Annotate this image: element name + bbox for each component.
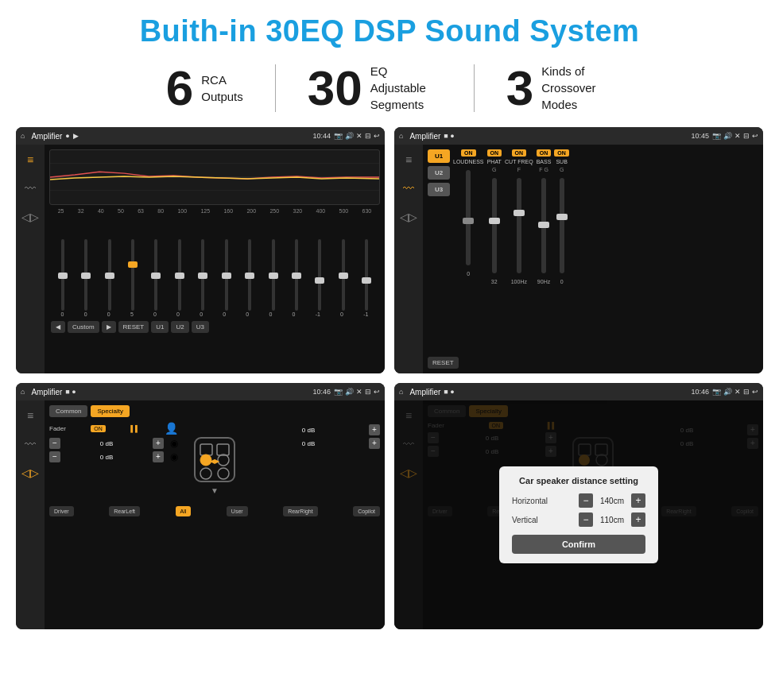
horizontal-minus-btn[interactable]: −: [579, 493, 593, 508]
rearright-btn[interactable]: RearRight: [283, 506, 318, 516]
preset-u3[interactable]: U3: [428, 183, 450, 196]
vertical-minus-btn[interactable]: −: [579, 512, 593, 527]
fader-nav-eq[interactable]: ≡: [21, 407, 39, 424]
dialog-horizontal-row: Horizontal − 140cm +: [512, 493, 645, 508]
ctrl-cutfreq: ON CUT FREQ F 100Hz: [505, 149, 533, 354]
ctrl-val-cutfreq: 100Hz: [511, 279, 527, 284]
confirm-button[interactable]: Confirm: [512, 535, 645, 554]
fader-time: 10:46: [312, 388, 331, 396]
tab-specialty[interactable]: Specialty: [91, 405, 129, 417]
fader-home-icon[interactable]: ⌂: [21, 388, 25, 396]
crossover-time: 10:45: [691, 132, 709, 140]
plus-btn-3[interactable]: +: [369, 424, 380, 435]
fader-nav-vol[interactable]: ◁▷: [21, 464, 39, 481]
ctrl-val-sub: 0: [560, 279, 564, 284]
svg-rect-5: [217, 444, 229, 455]
sub-slider[interactable]: [560, 178, 564, 273]
all-btn[interactable]: All: [176, 506, 192, 516]
plus-btn-4[interactable]: +: [369, 438, 380, 449]
fader-nav-wave[interactable]: 〰: [21, 435, 39, 453]
nav-eq-icon[interactable]: ≡: [21, 151, 39, 168]
eq-prev-btn[interactable]: ◀: [51, 321, 65, 333]
stat-eq: 30 EQ AdjustableSegments: [276, 63, 474, 113]
nav-wave-icon[interactable]: 〰: [21, 180, 39, 197]
db-row-4: 0 dB +: [251, 438, 380, 449]
loudness-slider[interactable]: [466, 170, 471, 265]
fader-app-name: Amplifier: [31, 388, 62, 396]
home-icon[interactable]: ⌂: [21, 132, 25, 140]
ctrl-phat: ON PHAT G 32: [487, 149, 502, 354]
play-icon[interactable]: ▶: [73, 132, 79, 140]
stat-label-rca: RCAOutputs: [201, 72, 243, 105]
eq-screen-card: ⌂ Amplifier ● ▶ 10:44 📷🔊✕⊟↩ ≡ 〰 ◁▷: [16, 127, 385, 373]
crossover-presets: U1 U2 U3: [428, 149, 450, 354]
dialog-screen-card: ⌂ Amplifier ■ ● 10:46 📷🔊✕⊟↩ ≡ 〰 ◁▷ Commo…: [394, 383, 763, 629]
tab-common[interactable]: Common: [49, 405, 87, 417]
on-badge-sub: ON: [554, 149, 569, 157]
dialog-home-icon[interactable]: ⌂: [399, 388, 403, 396]
svg-text:▼: ▼: [211, 486, 219, 495]
horizontal-value: 140cm: [596, 497, 628, 505]
on-badge-loudness: ON: [461, 149, 476, 157]
plus-btn-1[interactable]: +: [153, 438, 164, 449]
dialog-vertical-row: Vertical − 110cm +: [512, 512, 645, 527]
crossover-reset-btn[interactable]: RESET: [428, 357, 459, 369]
svg-point-8: [200, 468, 211, 479]
horizontal-plus-btn[interactable]: +: [631, 493, 645, 508]
speaker-icon-1: ◉: [170, 438, 178, 449]
crossover-main: U1 U2 U3 ON LOUDNESS 0: [423, 145, 763, 373]
eq-preset-custom[interactable]: Custom: [68, 321, 99, 333]
car-diagram: ◀▶ ▼: [183, 422, 246, 501]
stat-label-crossover: Kinds ofCrossover Modes: [541, 63, 613, 113]
nav-vol-icon[interactable]: ◁▷: [21, 208, 39, 226]
dialog-horizontal-label: Horizontal: [512, 497, 548, 505]
ctrl-label-phat: PHAT: [487, 159, 502, 164]
crossover-app-name: Amplifier: [409, 132, 440, 141]
stat-crossover: 3 Kinds ofCrossover Modes: [475, 63, 645, 113]
stat-label-eq: EQ AdjustableSegments: [370, 63, 442, 113]
dialog-vertical-stepper: − 110cm +: [579, 512, 645, 527]
dialog-status-icons: 📷🔊✕⊟↩: [712, 388, 758, 396]
eq-u3-btn[interactable]: U3: [192, 321, 209, 333]
user-btn[interactable]: User: [227, 506, 248, 516]
crossover-nav-eq[interactable]: ≡: [400, 151, 417, 168]
crossover-status-icons: 📷🔊✕⊟↩: [712, 132, 758, 140]
copilot-btn[interactable]: Copilot: [353, 506, 380, 516]
dialog-status-bar: ⌂ Amplifier ■ ● 10:46 📷🔊✕⊟↩: [394, 383, 763, 400]
eq-u2-btn[interactable]: U2: [171, 321, 188, 333]
crossover-dot: ■ ●: [444, 132, 454, 140]
bass-slider[interactable]: [541, 178, 546, 273]
ctrl-sublabel-phat: G: [492, 167, 496, 172]
preset-u1[interactable]: U1: [428, 149, 450, 163]
on-badge-phat: ON: [487, 149, 502, 157]
crossover-side-nav: ≡ 〰 ◁▷: [394, 145, 423, 373]
fader-text: Fader: [49, 425, 66, 432]
fader-dot: ■ ●: [65, 388, 76, 396]
cutfreq-slider[interactable]: [517, 178, 521, 273]
svg-text:◀▶: ◀▶: [210, 458, 220, 465]
phat-slider[interactable]: [492, 178, 497, 273]
eq-reset-btn[interactable]: RESET: [118, 321, 149, 333]
preset-u2[interactable]: U2: [428, 166, 450, 180]
eq-status-icons: 📷🔊✕⊟↩: [334, 132, 380, 140]
fader-on-btn[interactable]: ON: [91, 425, 106, 432]
crossover-nav-wave[interactable]: 〰: [400, 180, 417, 197]
eq-time: 10:44: [312, 132, 331, 140]
eq-play-btn[interactable]: ▶: [102, 321, 116, 333]
crossover-nav-vol[interactable]: ◁▷: [400, 208, 417, 226]
crossover-controls-grid: ON LOUDNESS 0 ON PHAT G: [453, 149, 758, 354]
minus-btn-1[interactable]: −: [49, 438, 60, 449]
eq-sliders: [49, 215, 380, 311]
plus-btn-2[interactable]: +: [153, 451, 164, 462]
vertical-plus-btn[interactable]: +: [631, 512, 645, 527]
rearleft-btn[interactable]: RearLeft: [109, 506, 140, 516]
dialog-app-name: Amplifier: [409, 388, 440, 396]
ctrl-label-bass: BASS: [537, 159, 552, 164]
eq-u1-btn[interactable]: U1: [151, 321, 169, 333]
fader-screen-card: ⌂ Amplifier ■ ● 10:46 📷🔊✕⊟↩ ≡ 〰 ◁▷ Commo…: [16, 383, 385, 629]
eq-values-row: 0005000 0000-10-1: [49, 311, 380, 318]
driver-btn[interactable]: Driver: [49, 506, 74, 516]
ctrl-bass: ON BASS F G 90Hz: [537, 149, 552, 354]
minus-btn-2[interactable]: −: [49, 451, 60, 462]
crossover-home-icon[interactable]: ⌂: [399, 132, 403, 140]
